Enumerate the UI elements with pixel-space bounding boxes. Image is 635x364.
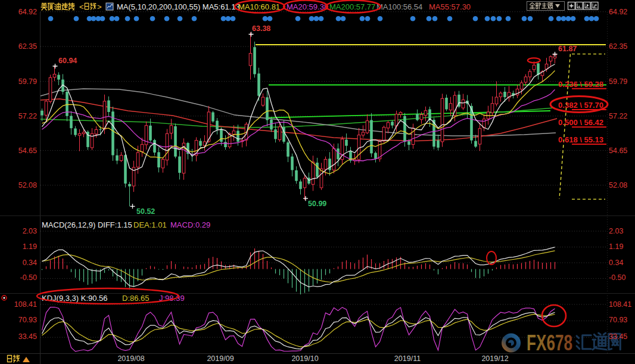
svg-text:70.93: 70.93 [609, 316, 627, 324]
svg-text:<: < [79, 2, 84, 11]
svg-text:2019/09: 2019/09 [207, 354, 234, 363]
svg-text:>: > [97, 2, 102, 11]
svg-text:MA100:56.54: MA100:56.54 [376, 2, 422, 11]
svg-text:2019/11: 2019/11 [394, 354, 421, 363]
svg-text:57.22: 57.22 [18, 112, 37, 120]
svg-text:2019/08: 2019/08 [117, 354, 144, 363]
svg-text:0.34: 0.34 [23, 259, 37, 267]
svg-text:FX678: FX678 [527, 331, 572, 355]
svg-text:70.93: 70.93 [18, 316, 37, 324]
svg-text:2.03: 2.03 [609, 227, 623, 235]
svg-text:2019/10: 2019/10 [291, 354, 318, 363]
svg-text:63.38: 63.38 [252, 24, 270, 33]
svg-text:54.65: 54.65 [609, 147, 627, 155]
svg-text:MA10:60.81: MA10:60.81 [238, 2, 280, 11]
svg-text:DEA:1.01: DEA:1.01 [133, 220, 167, 229]
svg-text:MA(5,10,20,200,100,55) MA5:61.: MA(5,10,20,200,100,55) MA5:61.13 [117, 2, 240, 11]
svg-text:62.35: 62.35 [18, 42, 37, 51]
svg-text:2.03: 2.03 [23, 227, 37, 235]
svg-text:MACD:0.29: MACD:0.29 [170, 220, 210, 229]
svg-text:108.41: 108.41 [14, 300, 37, 309]
svg-text:-0.50: -0.50 [609, 273, 626, 282]
svg-text:59.79: 59.79 [609, 77, 627, 86]
svg-text:61.87: 61.87 [558, 45, 577, 53]
svg-text:1.19: 1.19 [23, 242, 37, 251]
svg-text:0.500 \ 56.42: 0.500 \ 56.42 [558, 118, 603, 127]
svg-text:MA55:57.30: MA55:57.30 [429, 2, 471, 11]
svg-text:62.35: 62.35 [609, 42, 627, 51]
svg-text:64.92: 64.92 [18, 8, 37, 16]
svg-text:MA200:57.77: MA200:57.77 [329, 2, 375, 11]
svg-text:52.08: 52.08 [18, 181, 37, 189]
svg-text:54.65: 54.65 [18, 147, 37, 155]
svg-text:59.79: 59.79 [18, 77, 37, 86]
svg-text:0.618 \ 55.13: 0.618 \ 55.13 [558, 135, 603, 144]
svg-text:50.52: 50.52 [136, 207, 155, 216]
svg-text:-0.50: -0.50 [20, 273, 38, 282]
svg-text:D:86.65: D:86.65 [122, 294, 150, 303]
svg-text:60.94: 60.94 [58, 57, 77, 65]
svg-text:MACD(26,12,9) DIFF:1.15: MACD(26,12,9) DIFF:1.15 [42, 220, 132, 229]
svg-text:1.19: 1.19 [609, 242, 623, 251]
svg-text:108.41: 108.41 [609, 300, 631, 309]
svg-text:50.99: 50.99 [308, 200, 326, 208]
svg-text:33.45: 33.45 [609, 332, 627, 341]
svg-text:0.236 \ 59.28: 0.236 \ 59.28 [558, 80, 603, 89]
svg-text:52.08: 52.08 [609, 181, 627, 189]
svg-text:64.92: 64.92 [609, 8, 627, 16]
svg-text:2019/12: 2019/12 [481, 354, 508, 363]
svg-text:33.45: 33.45 [18, 332, 37, 341]
svg-text:0.34: 0.34 [609, 259, 623, 267]
svg-text:0.382 \ 57.70: 0.382 \ 57.70 [558, 101, 603, 110]
svg-text:57.22: 57.22 [609, 112, 627, 120]
